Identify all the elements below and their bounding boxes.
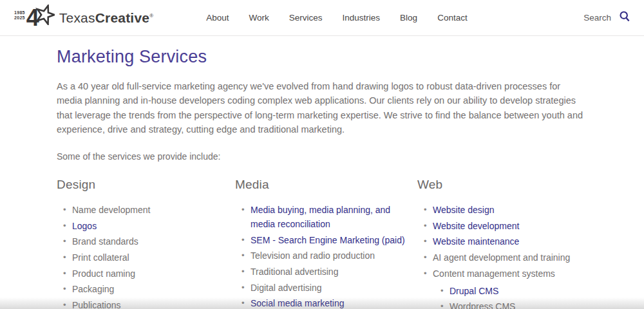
service-link[interactable]: Social media marketing bbox=[251, 298, 345, 308]
service-link[interactable]: Website maintenance bbox=[433, 236, 519, 247]
service-list: Drupal CMSWordpress CMSExpressionEngine … bbox=[433, 284, 580, 309]
service-list-item: Media buying, media planning, and media … bbox=[251, 203, 417, 231]
service-list-item: Social media marketing bbox=[251, 296, 417, 309]
service-list-item: Logos bbox=[72, 219, 235, 233]
service-list-item: Print collateral bbox=[72, 250, 235, 265]
service-label: Brand standards bbox=[72, 236, 138, 247]
brand-wordmark: TexasCreative® bbox=[59, 10, 153, 26]
nav-item-contact[interactable]: Contact bbox=[437, 13, 468, 23]
service-list-item: Drupal CMS bbox=[450, 284, 580, 298]
intro-paragraph: As a 40 year old full-service marketing … bbox=[57, 79, 587, 136]
service-column-media: MediaMedia buying, media planning, and m… bbox=[235, 178, 417, 309]
service-label: AI agent development and training bbox=[433, 252, 570, 263]
service-list-item: AI agent development and training bbox=[433, 250, 587, 265]
star-icon bbox=[35, 5, 55, 28]
search-icon[interactable] bbox=[620, 11, 630, 24]
main-nav: About Work Services Industries Blog Cont… bbox=[206, 13, 467, 23]
service-link[interactable]: Drupal CMS bbox=[450, 286, 498, 296]
service-label: Traditional advertising bbox=[251, 267, 338, 277]
search-label: Search bbox=[583, 13, 611, 23]
service-list-item: Name development bbox=[72, 203, 235, 217]
service-list-item: Website design bbox=[433, 203, 587, 217]
service-list-item: Website development bbox=[433, 219, 587, 233]
service-label: Digital advertising bbox=[251, 283, 322, 293]
service-link[interactable]: Website development bbox=[433, 221, 519, 231]
column-heading: Media bbox=[235, 178, 417, 192]
service-label: Print collateral bbox=[72, 252, 129, 263]
service-list: Website designWebsite developmentWebsite… bbox=[417, 203, 587, 309]
service-column-web: WebWebsite designWebsite developmentWebs… bbox=[417, 178, 587, 309]
anniversary-years: 1985 2025 bbox=[14, 10, 25, 21]
registered-mark: ® bbox=[149, 13, 153, 19]
service-label: Product naming bbox=[72, 268, 135, 279]
service-link[interactable]: Logos bbox=[72, 221, 97, 231]
service-link[interactable]: Media buying, media planning, and media … bbox=[251, 205, 390, 229]
anniversary-year-start: 1985 bbox=[14, 10, 25, 15]
brand-name-bold: Creative bbox=[95, 10, 149, 25]
nav-item-about[interactable]: About bbox=[206, 13, 229, 23]
nav-item-industries[interactable]: Industries bbox=[343, 13, 381, 23]
column-heading: Design bbox=[57, 178, 235, 192]
nav-item-work[interactable]: Work bbox=[249, 13, 269, 23]
service-label: Name development bbox=[72, 205, 150, 215]
service-list-item: SEM - Search Engine Marketing (paid) bbox=[251, 233, 417, 247]
service-list-item: Content management systemsDrupal CMSWord… bbox=[433, 267, 587, 309]
service-label: Television and radio production bbox=[251, 250, 375, 261]
service-list-item: Brand standards bbox=[72, 234, 235, 248]
service-list-item: Traditional advertising bbox=[251, 265, 417, 279]
column-heading: Web bbox=[417, 178, 587, 192]
anniversary-year-end: 2025 bbox=[14, 15, 25, 21]
service-columns: DesignName developmentLogosBrand standar… bbox=[57, 178, 587, 309]
service-list-item: Publications bbox=[72, 298, 235, 309]
service-list: Media buying, media planning, and media … bbox=[235, 203, 417, 309]
service-list-item: Digital advertising bbox=[251, 281, 417, 295]
brand-logo[interactable]: 1985 2025 4 TexasCreative® bbox=[14, 6, 153, 30]
site-header: 1985 2025 4 TexasCreative® About Work Se… bbox=[0, 0, 644, 36]
services-lead: Some of the services we provide include: bbox=[57, 151, 587, 162]
service-list: Name developmentLogosBrand standardsPrin… bbox=[57, 203, 235, 309]
service-list-item: Product naming bbox=[72, 267, 235, 281]
brand-name-regular: Texas bbox=[59, 10, 95, 25]
service-column-design: DesignName developmentLogosBrand standar… bbox=[57, 178, 235, 309]
service-link[interactable]: SEM - Search Engine Marketing (paid) bbox=[251, 235, 405, 245]
service-list-item: Television and radio production bbox=[251, 248, 417, 263]
service-list-item: Wordpress CMS bbox=[450, 299, 580, 309]
service-list-item: Packaging bbox=[72, 282, 235, 296]
service-link[interactable]: Website design bbox=[433, 205, 494, 215]
service-list-item: Website maintenance bbox=[433, 234, 587, 248]
nav-item-services[interactable]: Services bbox=[289, 13, 323, 23]
service-label: Publications bbox=[72, 300, 121, 309]
search-control[interactable]: Search bbox=[583, 11, 630, 24]
page-content: Marketing Services As a 40 year old full… bbox=[0, 36, 644, 309]
page-title: Marketing Services bbox=[57, 47, 587, 67]
service-label: Wordpress CMS bbox=[450, 301, 515, 309]
service-label: Content management systems bbox=[433, 268, 555, 279]
service-label: Packaging bbox=[72, 284, 114, 294]
nav-item-blog[interactable]: Blog bbox=[400, 13, 417, 23]
